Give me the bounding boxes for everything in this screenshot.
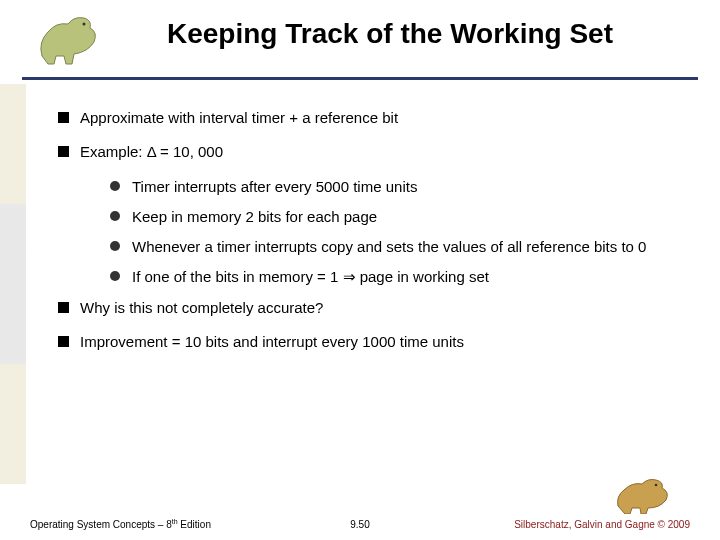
bullet-level1: Improvement = 10 bits and interrupt ever…	[58, 332, 680, 352]
svg-point-0	[83, 23, 86, 26]
title-underline	[22, 77, 698, 80]
footer-left-text-b: Edition	[178, 519, 211, 530]
dinosaur-icon	[614, 474, 678, 514]
bullet-level1: Why is this not completely accurate?	[58, 298, 680, 318]
bullet-level2: Keep in memory 2 bits for each page	[110, 207, 680, 227]
bullet-level2: If one of the bits in memory = 1 ⇒ page …	[110, 267, 680, 287]
bullet-level2: Timer interrupts after every 5000 time u…	[110, 177, 680, 197]
bullet-level2: Whenever a timer interrupts copy and set…	[110, 237, 680, 257]
slide-header: Keeping Track of the Working Set	[30, 18, 690, 80]
dinosaur-icon	[34, 12, 104, 68]
slide-content: Approximate with interval timer + a refe…	[30, 80, 690, 352]
svg-point-1	[655, 484, 658, 487]
slide-title: Keeping Track of the Working Set	[30, 18, 690, 50]
slide: Keeping Track of the Working Set Approxi…	[0, 0, 720, 540]
footer-right: Silberschatz, Galvin and Gagne © 2009	[514, 519, 690, 530]
slide-footer: Operating System Concepts – 8th Edition …	[0, 510, 720, 532]
bullet-level1: Approximate with interval timer + a refe…	[58, 108, 680, 128]
footer-center: 9.50	[350, 519, 369, 530]
footer-left-text-a: Operating System Concepts – 8	[30, 519, 172, 530]
footer-left: Operating System Concepts – 8th Edition	[30, 518, 211, 530]
bullet-level1: Example: Δ = 10, 000	[58, 142, 680, 162]
side-accent	[0, 84, 26, 484]
